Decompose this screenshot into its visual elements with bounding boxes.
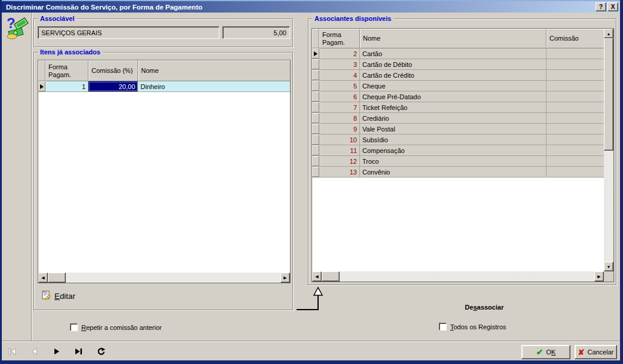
- next-record-button[interactable]: [49, 345, 65, 357]
- cancelar-button-label: Cancelar: [587, 348, 613, 356]
- help-button[interactable]: ?: [595, 2, 606, 11]
- comissao-cell: [546, 124, 604, 134]
- comissao-cell: [546, 113, 604, 123]
- available-row[interactable]: 13Convênio: [312, 167, 604, 178]
- repetir-comissao-checkbox[interactable]: Repetir a comissão anterior: [70, 323, 162, 331]
- associated-items-group-label: Itens já associados: [38, 48, 103, 56]
- titlebar[interactable]: Discriminar Comissão do Serviço, por For…: [2, 1, 620, 13]
- comissao-cell: [546, 167, 604, 177]
- row-indicator: [312, 102, 319, 112]
- available-row[interactable]: 10Subsídio: [312, 134, 604, 145]
- editar-button-label: Editar: [54, 292, 75, 301]
- associated-items-table: Forma Pagam. Comissão (%) Nome 1 20,00 D…: [38, 60, 291, 283]
- associated-row[interactable]: 1 20,00 Dinheiro: [38, 81, 290, 92]
- record-navigator: [5, 345, 109, 359]
- forma-pagam-cell: 5: [319, 81, 360, 91]
- associated-table-header: Forma Pagam. Comissão (%) Nome: [38, 60, 290, 81]
- prior-record-button[interactable]: [27, 345, 42, 357]
- associated-table-hscrollbar[interactable]: ◀ ▶: [38, 273, 290, 283]
- nome-cell: Vale Postal: [360, 124, 546, 134]
- nome-cell: Convênio: [360, 167, 546, 177]
- forma-pagam-cell: 3: [319, 59, 360, 69]
- table-empty-area: [38, 92, 290, 283]
- checkbox-box[interactable]: [439, 323, 447, 331]
- comissao-cell: [546, 102, 604, 112]
- todos-registros-checkbox[interactable]: Todos os Registros: [439, 323, 506, 331]
- available-row[interactable]: 3Cartão de Débito: [312, 59, 604, 70]
- prior-record-icon: [30, 347, 39, 356]
- scrollbar-corner: [604, 271, 613, 282]
- hscroll-track[interactable]: [340, 271, 594, 282]
- comissao-cell: [546, 48, 604, 59]
- available-items-group: Associantes disponíveis Forma Pagam. Nom…: [308, 19, 616, 285]
- forma-pagam-cell: 1: [45, 81, 88, 91]
- indicator-column-header: [38, 60, 45, 81]
- checkbox-box[interactable]: [70, 323, 78, 331]
- scroll-up-icon[interactable]: ▲: [604, 29, 613, 38]
- row-indicator: [312, 70, 319, 80]
- check-icon: ✔: [536, 348, 543, 356]
- associavel-commission-field[interactable]: 5,00: [222, 26, 290, 39]
- col-header-forma-pagam: Forma Pagam.: [45, 60, 88, 81]
- vscroll-thumb[interactable]: [604, 38, 613, 151]
- forma-pagam-cell: 2: [319, 48, 360, 59]
- associavel-name-field[interactable]: SERVIÇOS GERAIS: [38, 26, 219, 39]
- associavel-group: Associável SERVIÇOS GERAIS 5,00: [33, 19, 293, 47]
- nome-cell: Cartão: [360, 48, 546, 59]
- repetir-comissao-label: Repetir a comissão anterior: [81, 324, 162, 331]
- window-title: Discriminar Comissão do Serviço, por For…: [6, 4, 594, 11]
- row-indicator: [312, 59, 319, 69]
- first-record-button[interactable]: [5, 345, 20, 357]
- available-table-hscrollbar[interactable]: ◀ ▶: [312, 271, 604, 282]
- vscroll-track[interactable]: [604, 151, 613, 262]
- current-row-arrow-icon: [314, 51, 317, 56]
- scroll-right-icon[interactable]: ▶: [280, 273, 290, 283]
- forma-pagam-cell: 4: [319, 70, 360, 80]
- available-table-vscrollbar[interactable]: ▲ ▼: [604, 29, 613, 271]
- available-row[interactable]: 11Compensação: [312, 145, 604, 156]
- row-indicator: [38, 81, 45, 91]
- nome-cell: Cartão de Crédito: [360, 70, 546, 80]
- available-row[interactable]: 2Cartão: [312, 48, 604, 59]
- row-indicator: [312, 145, 319, 155]
- hscroll-track[interactable]: [66, 273, 280, 283]
- available-row[interactable]: 8Crediário: [312, 113, 604, 124]
- editar-button[interactable]: Editar: [41, 289, 75, 302]
- available-row[interactable]: 5Cheque: [312, 81, 604, 91]
- available-row[interactable]: 4Cartão de Crédito: [312, 70, 604, 81]
- nome-cell: Compensação: [360, 145, 546, 155]
- forma-pagam-cell: 8: [319, 113, 360, 123]
- comissao-cell: [546, 70, 604, 80]
- scroll-down-icon[interactable]: ▼: [604, 262, 613, 271]
- last-record-button[interactable]: [71, 345, 87, 357]
- comissao-cell-selected[interactable]: 20,00: [88, 81, 138, 91]
- available-row[interactable]: 9Vale Postal: [312, 124, 604, 134]
- desassociar-label[interactable]: Desassociar: [442, 304, 526, 311]
- forma-pagam-cell: 11: [319, 145, 360, 155]
- current-row-arrow-icon: [40, 84, 44, 89]
- available-row[interactable]: 6Cheque Pré-Datado: [312, 91, 604, 102]
- row-indicator: [312, 81, 319, 91]
- refresh-records-button[interactable]: [93, 345, 109, 357]
- available-table-content: Forma Pagam. Nome Comissão 2Cartão3Cartã…: [312, 29, 604, 271]
- dialog-window: Discriminar Comissão do Serviço, por For…: [0, 0, 623, 364]
- close-button[interactable]: X: [607, 2, 618, 11]
- available-row[interactable]: 12Troco: [312, 156, 604, 167]
- scroll-right-icon[interactable]: ▶: [594, 271, 604, 282]
- available-items-table: Forma Pagam. Nome Comissão 2Cartão3Cartã…: [312, 28, 614, 282]
- scroll-left-icon[interactable]: ◀: [312, 271, 322, 282]
- nome-cell: Cartão de Débito: [360, 59, 546, 69]
- row-indicator: [312, 124, 319, 134]
- available-row[interactable]: 7Ticket Refeição: [312, 102, 604, 113]
- window-frame: [620, 0, 623, 364]
- ok-button[interactable]: ✔ OK: [521, 345, 570, 359]
- row-indicator: [312, 134, 319, 145]
- cancelar-button[interactable]: ✘ Cancelar: [575, 345, 617, 359]
- hscroll-thumb[interactable]: [322, 271, 340, 282]
- desassociar-arrow-icon: [297, 286, 328, 314]
- next-record-icon: [52, 347, 62, 356]
- hscroll-thumb[interactable]: [48, 273, 66, 283]
- bottom-separator: [2, 341, 620, 342]
- scroll-left-icon[interactable]: ◀: [38, 273, 48, 283]
- todos-registros-label: Todos os Registros: [450, 323, 506, 331]
